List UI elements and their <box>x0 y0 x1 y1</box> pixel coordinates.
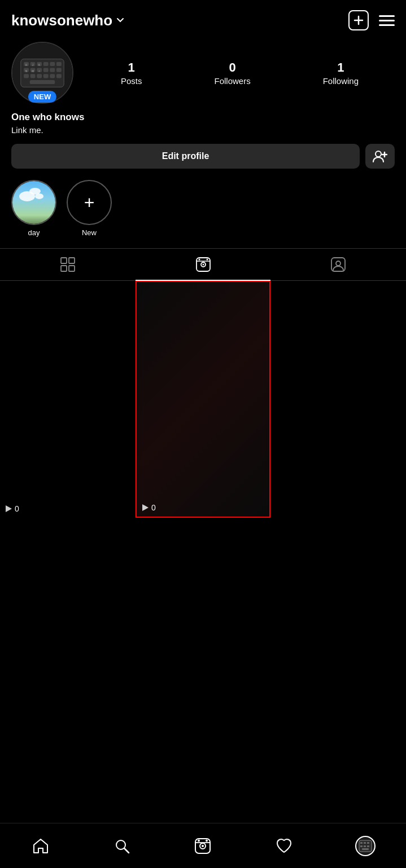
profile-bio: Link me. <box>11 125 395 135</box>
add-person-icon <box>373 150 387 162</box>
svg-rect-19 <box>50 74 55 78</box>
new-post-button[interactable] <box>348 10 369 30</box>
following-stat[interactable]: 1 Following <box>323 60 359 86</box>
nav-home[interactable] <box>27 832 55 860</box>
profile-top: H J K N M < NEW 1 Posts 0 Followers <box>11 42 395 104</box>
stories-row: day + New <box>0 180 406 248</box>
grid-icon <box>60 257 76 272</box>
story-label-new: New <box>82 228 97 237</box>
svg-text:J: J <box>32 64 33 67</box>
header: knowsonewho <box>0 0 406 36</box>
svg-rect-58 <box>364 845 366 847</box>
svg-point-39 <box>198 259 200 261</box>
svg-text:K: K <box>38 64 40 67</box>
header-icons <box>348 10 395 30</box>
new-badge: NEW <box>28 91 56 103</box>
svg-point-28 <box>376 151 381 157</box>
menu-button[interactable] <box>379 15 395 26</box>
content-area: 0 0 <box>0 281 406 518</box>
svg-rect-55 <box>364 842 366 844</box>
post-cell-3 <box>270 281 406 518</box>
svg-text:N: N <box>25 69 27 72</box>
story-item-day[interactable]: day <box>11 180 56 237</box>
svg-point-37 <box>202 264 204 266</box>
svg-rect-56 <box>367 842 369 844</box>
svg-point-49 <box>202 845 204 847</box>
chevron-down-icon[interactable] <box>116 16 125 25</box>
play-icon-2 <box>141 504 149 512</box>
posts-label: Posts <box>121 76 142 86</box>
svg-rect-15 <box>24 74 29 78</box>
tab-grid[interactable] <box>0 249 136 280</box>
search-icon <box>113 837 131 855</box>
svg-rect-12 <box>43 68 49 72</box>
posts-count: 1 <box>128 60 135 75</box>
svg-point-52 <box>206 839 208 841</box>
svg-rect-8 <box>56 61 62 65</box>
svg-rect-6 <box>43 61 49 65</box>
keyboard-svg-icon: H J K N M < <box>20 58 65 89</box>
svg-rect-57 <box>360 845 363 847</box>
tab-bar <box>0 248 406 281</box>
svg-rect-7 <box>50 61 55 65</box>
followers-count: 0 <box>229 60 235 75</box>
plus-icon: + <box>84 192 95 213</box>
posts-stat[interactable]: 1 Posts <box>121 60 142 86</box>
svg-rect-13 <box>50 68 55 72</box>
add-friend-button[interactable] <box>365 144 395 169</box>
svg-rect-33 <box>61 266 67 271</box>
nav-likes[interactable] <box>270 832 298 860</box>
svg-rect-54 <box>360 842 363 844</box>
svg-rect-16 <box>30 74 36 78</box>
tagged-icon <box>330 257 346 272</box>
svg-point-51 <box>198 839 200 841</box>
following-count: 1 <box>337 60 344 75</box>
nav-profile-avatar <box>355 836 376 856</box>
svg-rect-18 <box>43 74 49 78</box>
story-thumbnail-day <box>11 180 56 225</box>
reels-nav-icon <box>194 837 212 855</box>
plus-square-icon <box>348 10 369 30</box>
keyboard-nav-icon <box>359 840 372 852</box>
profile-section: H J K N M < NEW 1 Posts 0 Followers <box>0 36 406 169</box>
svg-marker-43 <box>6 505 12 512</box>
header-left: knowsonewho <box>11 12 125 29</box>
play-icon-1 <box>5 505 12 513</box>
profile-name: One who knows <box>11 112 395 123</box>
svg-point-42 <box>336 261 340 266</box>
tab-tagged[interactable] <box>270 249 406 280</box>
view-number-1: 0 <box>15 504 19 513</box>
svg-rect-31 <box>61 258 67 263</box>
nav-search[interactable] <box>108 832 136 860</box>
story-item-new[interactable]: + New <box>67 180 112 237</box>
nav-reels[interactable] <box>189 832 217 860</box>
post-cell-1[interactable]: 0 <box>0 281 136 518</box>
avatar-wrap: H J K N M < NEW <box>11 42 73 104</box>
bottom-nav <box>0 823 406 868</box>
username-text: knowsonewho <box>11 12 112 29</box>
svg-rect-17 <box>37 74 42 78</box>
svg-rect-21 <box>30 80 55 83</box>
sky-image <box>12 181 55 224</box>
nav-profile[interactable] <box>351 832 379 860</box>
svg-text:H: H <box>25 64 27 67</box>
following-label: Following <box>323 76 359 86</box>
story-label-day: day <box>28 228 40 237</box>
svg-marker-44 <box>142 504 149 511</box>
home-icon <box>32 837 50 855</box>
svg-rect-59 <box>367 845 369 847</box>
hamburger-icon <box>379 15 395 26</box>
view-count-1: 0 <box>5 504 19 513</box>
svg-rect-20 <box>56 74 62 78</box>
followers-stat[interactable]: 0 Followers <box>214 60 250 86</box>
stats-row: 1 Posts 0 Followers 1 Following <box>85 60 395 86</box>
tab-reels[interactable] <box>136 249 271 280</box>
story-add-circle: + <box>67 180 112 225</box>
post-cell-2[interactable]: 0 <box>136 281 270 518</box>
edit-profile-button[interactable]: Edit profile <box>11 144 360 169</box>
svg-rect-32 <box>69 258 75 263</box>
followers-label: Followers <box>214 76 250 86</box>
heart-icon <box>275 837 293 855</box>
reels-icon <box>195 257 211 272</box>
svg-point-40 <box>206 259 208 261</box>
